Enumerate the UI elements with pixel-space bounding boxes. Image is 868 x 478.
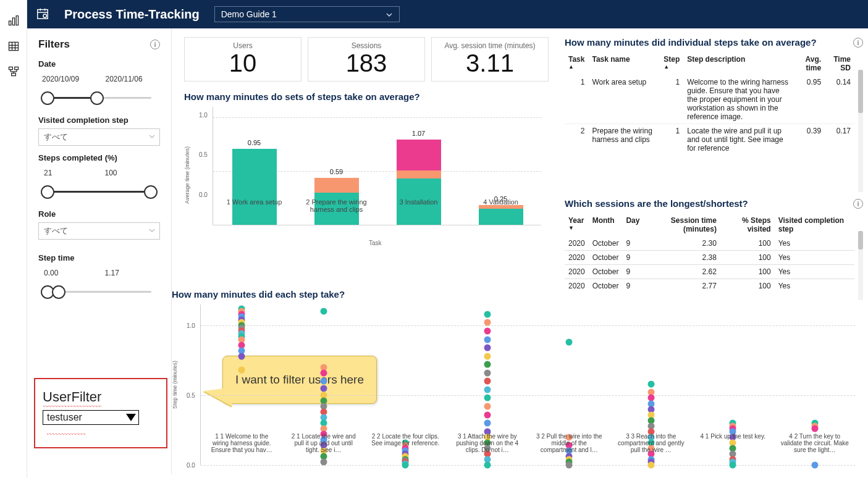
table-row[interactable]: 1Work area setup1Welcome to the wiring h… (565, 75, 854, 124)
guide-dropdown[interactable]: Demo Guide 1 (214, 6, 400, 22)
svg-rect-10 (11, 73, 15, 76)
filter-role-label: Role (38, 209, 160, 219)
svg-rect-2 (16, 16, 18, 25)
chevron-down-icon (148, 227, 156, 236)
calendar-icon (36, 7, 49, 22)
filters-header-text: Filters (38, 38, 70, 51)
kpi-avg-value: 3.11 (438, 50, 542, 76)
userfilter-value: testuser (47, 412, 82, 423)
steps-pct-from[interactable]: 21 (38, 166, 99, 180)
kpi-sessions-value: 183 (314, 50, 418, 76)
individual-steps-table[interactable]: Task▲Task nameStep▲Step descriptionAvg. … (565, 52, 854, 155)
svg-rect-9 (14, 67, 18, 70)
table-row[interactable]: 2020October92.62100Yes (565, 265, 854, 279)
svg-rect-1 (12, 18, 14, 25)
chevron-down-icon (386, 10, 393, 20)
svg-rect-8 (9, 67, 12, 70)
date-to-value[interactable]: 2020/11/06 (102, 72, 161, 86)
page-title: Process Time-Tracking (64, 7, 200, 22)
steptime-to[interactable]: 1.17 (99, 266, 161, 280)
table-row[interactable]: 2020October92.38100Yes (565, 251, 854, 265)
info-icon[interactable]: i (853, 38, 863, 48)
steps-scatter-chart[interactable]: Step time (minutes) 1 1 Welcome to the w… (172, 304, 868, 465)
right-column: How many minutes did individual steps ta… (565, 37, 863, 300)
role-dropdown[interactable]: すべて (38, 222, 160, 240)
filter-steptime-label: Step time (38, 253, 160, 262)
filter-date-label: Date (38, 59, 160, 69)
kpi-users: Users 10 (184, 37, 301, 82)
bar-y-axis-label: Average time (minutes) (184, 146, 190, 204)
steptime-from[interactable]: 0.00 (38, 266, 99, 280)
caret-down-icon (126, 414, 136, 421)
kpi-sessions: Sessions 183 (308, 37, 425, 82)
kpi-sessions-label: Sessions (314, 41, 418, 50)
kpi-users-value: 10 (191, 50, 295, 76)
hierarchy-icon[interactable] (7, 65, 20, 80)
info-icon[interactable]: i (853, 199, 863, 209)
date-from-value[interactable]: 2020/10/09 (38, 72, 97, 86)
userfilter-label: UserFilter (43, 389, 159, 405)
userfilter-highlight-box: UserFilter testuser (34, 378, 167, 448)
svg-rect-0 (9, 21, 11, 25)
visited-completion-value: すべて (44, 132, 68, 141)
info-icon[interactable]: i (150, 40, 160, 49)
kpi-avg-session: Avg. session time (minutes) 3.11 (431, 37, 549, 82)
scatter-y-axis-label: Step time (minutes) (172, 361, 178, 409)
steps-pct-slider[interactable] (38, 182, 160, 202)
date-range-slider[interactable] (38, 88, 160, 108)
main-content: Users 10 Sessions 183 Avg. session time … (172, 28, 863, 474)
table-row[interactable]: 2020October92.77100Yes (565, 279, 854, 293)
filter-steps-pct-label: Steps completed (%) (38, 153, 160, 162)
bar-chart-icon[interactable] (7, 15, 20, 29)
chevron-down-icon (148, 133, 156, 142)
top-bar: Process Time-Tracking Demo Guide 1 (27, 0, 868, 28)
role-value: すべて (44, 226, 68, 235)
sessions-table[interactable]: Year▼MonthDaySession time (minutes)% Ste… (565, 214, 854, 293)
table-row[interactable]: 2Prepare the wiring harness and clips1Lo… (565, 124, 854, 156)
individual-steps-title: How many minutes did individual steps ta… (565, 37, 817, 48)
filters-header: Filters i (38, 38, 160, 51)
filter-visited-label: Visited completion step (38, 115, 160, 125)
table-grid-icon[interactable] (7, 40, 20, 54)
svg-point-19 (43, 14, 47, 17)
svg-rect-3 (9, 42, 18, 50)
visited-completion-dropdown[interactable]: すべて (38, 128, 160, 146)
scrollbar[interactable] (858, 70, 863, 192)
steps-pct-to[interactable]: 100 (99, 166, 161, 180)
guide-dropdown-value: Demo Guide 1 (221, 9, 277, 19)
kpi-users-label: Users (191, 41, 295, 50)
sessions-title: Which sessions are the longest/shortest? (565, 198, 748, 209)
table-row[interactable]: 2020October92.30100Yes (565, 237, 854, 251)
left-nav-rail (0, 0, 27, 478)
kpi-avg-label: Avg. session time (minutes) (438, 41, 542, 50)
scrollbar[interactable] (858, 231, 863, 300)
userfilter-dropdown[interactable]: testuser (43, 410, 139, 425)
steptime-slider[interactable] (38, 282, 160, 302)
